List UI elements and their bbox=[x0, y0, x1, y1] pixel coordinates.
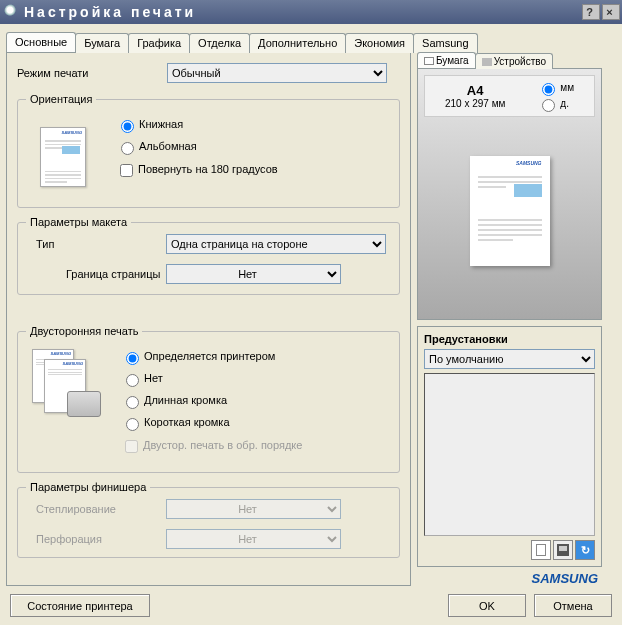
layout-type-select[interactable]: Одна страница на стороне bbox=[166, 234, 386, 254]
left-panel: Режим печати Обычный Ориентация SAMSUNG bbox=[6, 52, 411, 586]
window-title: Настройка печати bbox=[24, 4, 196, 20]
tab-graphics[interactable]: Графика bbox=[128, 33, 190, 53]
punch-label: Перфорация bbox=[26, 533, 166, 545]
layout-border-label: Граница страницы bbox=[26, 268, 166, 280]
duplex-long[interactable]: Длинная кромка bbox=[121, 393, 302, 409]
duplex-group: Двусторонняя печать SAMSUNG SAMSUNG Опре… bbox=[17, 325, 400, 473]
cancel-button[interactable]: Отмена bbox=[534, 594, 612, 617]
orientation-landscape[interactable]: Альбомная bbox=[116, 139, 278, 155]
paper-icon bbox=[424, 57, 434, 65]
orientation-group: Ориентация SAMSUNG Книжная bbox=[17, 93, 400, 208]
paper-format: A4 bbox=[445, 83, 505, 98]
orientation-portrait[interactable]: Книжная bbox=[116, 117, 278, 133]
tab-finishing[interactable]: Отделка bbox=[189, 33, 250, 53]
duplex-none[interactable]: Нет bbox=[121, 371, 302, 387]
finisher-legend: Параметры финишера bbox=[26, 481, 150, 493]
orientation-preview: SAMSUNG bbox=[28, 117, 98, 197]
duplex-legend: Двусторонняя печать bbox=[26, 325, 142, 337]
tab-basic[interactable]: Основные bbox=[6, 32, 76, 52]
duplex-preview: SAMSUNG SAMSUNG bbox=[28, 349, 103, 419]
tab-eco[interactable]: Экономия bbox=[345, 33, 414, 53]
right-tab-paper[interactable]: Бумага bbox=[417, 52, 476, 68]
unit-inch[interactable]: д. bbox=[537, 96, 574, 112]
printer-status-button[interactable]: Состояние принтера bbox=[10, 594, 150, 617]
device-icon bbox=[482, 58, 492, 66]
layout-group: Параметры макета Тип Одна страница на ст… bbox=[17, 216, 400, 295]
page-preview: SAMSUNG bbox=[470, 156, 550, 266]
duplex-short[interactable]: Короткая кромка bbox=[121, 415, 302, 431]
presets-title: Предустановки bbox=[424, 333, 595, 345]
orientation-legend: Ориентация bbox=[26, 93, 96, 105]
samsung-logo: SAMSUNG bbox=[417, 571, 602, 586]
presets-panel: Предустановки По умолчанию ↻ bbox=[417, 326, 602, 567]
right-tabs: Бумага Устройство bbox=[417, 52, 602, 68]
presets-select[interactable]: По умолчанию bbox=[424, 349, 595, 369]
tab-paper[interactable]: Бумага bbox=[75, 33, 129, 53]
close-button[interactable]: × bbox=[602, 4, 620, 20]
presets-list[interactable] bbox=[424, 373, 595, 536]
staple-select: Нет bbox=[166, 499, 341, 519]
right-tab-device[interactable]: Устройство bbox=[475, 53, 553, 69]
finisher-group: Параметры финишера Степлирование Нет Пер… bbox=[17, 481, 400, 558]
punch-select: Нет bbox=[166, 529, 341, 549]
paper-preview-panel: A4 210 x 297 мм мм д. SAMSUNG bbox=[417, 68, 602, 320]
staple-label: Степлирование bbox=[26, 503, 166, 515]
preset-save-icon[interactable] bbox=[553, 540, 573, 560]
tab-samsung[interactable]: Samsung bbox=[413, 33, 477, 53]
title-bar: Настройка печати ? × bbox=[0, 0, 622, 24]
paper-dimensions: 210 x 297 мм bbox=[445, 98, 505, 109]
app-icon bbox=[4, 4, 20, 20]
tab-advanced[interactable]: Дополнительно bbox=[249, 33, 346, 53]
orientation-rotate180[interactable]: Повернуть на 180 градусов bbox=[116, 161, 278, 180]
unit-mm[interactable]: мм bbox=[537, 80, 574, 96]
print-mode-select[interactable]: Обычный bbox=[167, 63, 387, 83]
duplex-printer[interactable]: Определяется принтером bbox=[121, 349, 302, 365]
ok-button[interactable]: OK bbox=[448, 594, 526, 617]
help-button[interactable]: ? bbox=[582, 4, 600, 20]
layout-type-label: Тип bbox=[26, 238, 166, 250]
duplex-reverse: Двустор. печать в обр. порядке bbox=[121, 437, 302, 456]
layout-border-select[interactable]: Нет bbox=[166, 264, 341, 284]
layout-legend: Параметры макета bbox=[26, 216, 131, 228]
main-tabs: Основные Бумага Графика Отделка Дополнит… bbox=[6, 32, 616, 52]
preset-new-icon[interactable] bbox=[531, 540, 551, 560]
preset-delete-icon[interactable]: ↻ bbox=[575, 540, 595, 560]
print-mode-label: Режим печати bbox=[17, 67, 167, 79]
